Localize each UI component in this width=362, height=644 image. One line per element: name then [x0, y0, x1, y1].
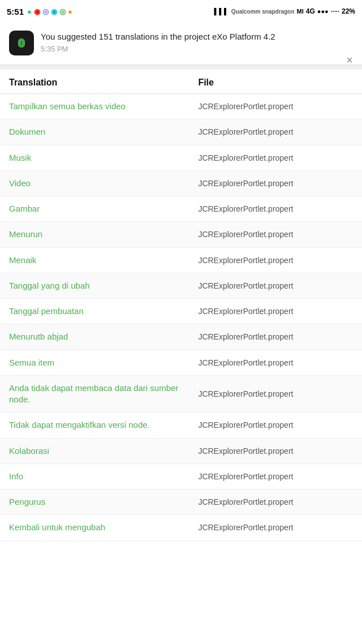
translation-cell: Anda tidak dapat membaca data dari sumbe…: [9, 383, 198, 406]
network-type: 4G: [306, 7, 315, 15]
file-cell: JCRExplorerPortlet.propert: [198, 256, 353, 265]
translation-cell: Kembali untuk mengubah: [9, 522, 198, 533]
translation-cell: Tanggal yang di ubah: [9, 280, 198, 291]
translation-cell: Tampilkan semua berkas video: [9, 101, 198, 112]
table-row[interactable]: Video JCRExplorerPortlet.propert: [0, 171, 362, 196]
table-row[interactable]: Semua item JCRExplorerPortlet.propert: [0, 350, 362, 376]
notification-time: 5:35 PM: [41, 45, 353, 53]
app-icon-3: ◎: [42, 7, 49, 16]
app-icon: [9, 31, 34, 55]
file-cell: JCRExplorerPortlet.propert: [198, 446, 353, 456]
translation-cell: Pengurus: [9, 496, 198, 508]
table-row[interactable]: Dokumen JCRExplorerPortlet.propert: [0, 119, 362, 145]
table-row[interactable]: Menurutb abjad JCRExplorerPortlet.proper…: [0, 324, 362, 350]
translation-cell: Gambar: [9, 203, 198, 214]
file-cell: JCRExplorerPortlet.propert: [198, 523, 353, 532]
translation-cell: Menurun: [9, 229, 198, 240]
table-row[interactable]: Info JCRExplorerPortlet.propert: [0, 464, 362, 490]
file-cell: JCRExplorerPortlet.propert: [198, 332, 353, 341]
file-cell: JCRExplorerPortlet.propert: [198, 204, 353, 213]
status-left: 5:51 ● ◉ ◎ ◉ ◎ ●: [7, 7, 72, 16]
translation-cell: Tidak dapat mengaktifkan versi node.: [9, 419, 198, 431]
notification-card: You suggested 151 translations in the pr…: [0, 23, 362, 65]
file-cell: JCRExplorerPortlet.propert: [198, 179, 353, 188]
app-icon-5: ◎: [59, 7, 66, 16]
table-body: Tampilkan semua berkas video JCRExplorer…: [0, 94, 362, 541]
translation-cell: Musik: [9, 152, 198, 164]
status-time: 5:51: [7, 7, 24, 16]
close-button[interactable]: ×: [346, 54, 353, 66]
app-icon-6: ●: [68, 7, 72, 16]
brand-icon: MI: [297, 8, 304, 15]
table-row[interactable]: Pengurus JCRExplorerPortlet.propert: [0, 490, 362, 515]
file-cell: JCRExplorerPortlet.propert: [198, 389, 353, 398]
table-row[interactable]: Musik JCRExplorerPortlet.propert: [0, 145, 362, 171]
status-bar: 5:51 ● ◉ ◎ ◉ ◎ ● ▌▌▌ Qualcomm snapdragon…: [0, 0, 362, 23]
status-icons: ● ◉ ◎ ◉ ◎ ●: [27, 7, 72, 16]
app-icon-2: ◉: [34, 7, 40, 16]
file-cell: JCRExplorerPortlet.propert: [198, 281, 353, 290]
table-row[interactable]: Tampilkan semua berkas video JCRExplorer…: [0, 94, 362, 119]
battery-dots: ·····: [331, 8, 339, 15]
translation-column-header: Translation: [9, 78, 198, 88]
section-divider: [0, 65, 362, 70]
table-row[interactable]: Kembali untuk mengubah JCRExplorerPortle…: [0, 515, 362, 540]
table-row[interactable]: Gambar JCRExplorerPortlet.propert: [0, 196, 362, 222]
table-row[interactable]: Kolaborasi JCRExplorerPortlet.propert: [0, 439, 362, 464]
file-cell: JCRExplorerPortlet.propert: [198, 307, 353, 316]
app-icon-4: ◉: [51, 7, 57, 16]
file-cell: JCRExplorerPortlet.propert: [198, 102, 353, 111]
translation-cell: Menaik: [9, 255, 198, 266]
translation-cell: Info: [9, 471, 198, 482]
app-logo-icon: [15, 36, 28, 50]
carrier-label: Qualcomm snapdragon: [231, 8, 295, 15]
whatsapp-icon: ●: [27, 7, 32, 16]
table-row[interactable]: Tanggal pembuatan JCRExplorerPortlet.pro…: [0, 299, 362, 324]
file-cell: JCRExplorerPortlet.propert: [198, 358, 353, 367]
table-row[interactable]: Tanggal yang di ubah JCRExplorerPortlet.…: [0, 273, 362, 299]
translation-cell: Semua item: [9, 357, 198, 368]
translation-cell: Kolaborasi: [9, 445, 198, 457]
status-right: ▌▌▌ Qualcomm snapdragon MI 4G ●●● ····· …: [214, 7, 355, 15]
translation-cell: Menurutb abjad: [9, 331, 198, 342]
translation-cell: Video: [9, 178, 198, 189]
table-row[interactable]: Tidak dapat mengaktifkan versi node. JCR…: [0, 413, 362, 438]
translation-cell: Tanggal pembuatan: [9, 306, 198, 317]
file-cell: JCRExplorerPortlet.propert: [198, 420, 353, 430]
table-row[interactable]: Menaik JCRExplorerPortlet.propert: [0, 248, 362, 273]
notification-title: You suggested 151 translations in the pr…: [41, 31, 353, 42]
file-cell: JCRExplorerPortlet.propert: [198, 153, 353, 162]
file-cell: JCRExplorerPortlet.propert: [198, 497, 353, 506]
file-cell: JCRExplorerPortlet.propert: [198, 127, 353, 136]
signal-bars: ▌▌▌: [214, 8, 229, 15]
notification-content: You suggested 151 translations in the pr…: [41, 31, 353, 53]
file-cell: JCRExplorerPortlet.propert: [198, 472, 353, 481]
file-cell: JCRExplorerPortlet.propert: [198, 230, 353, 239]
table-header: Translation File: [0, 70, 362, 94]
translation-cell: Dokumen: [9, 126, 198, 138]
signal-icon: ●●●: [317, 8, 329, 15]
translations-table: Translation File Tampilkan semua berkas …: [0, 70, 362, 541]
file-column-header: File: [198, 78, 353, 88]
battery-percent: 22%: [342, 7, 355, 15]
table-row[interactable]: Menurun JCRExplorerPortlet.propert: [0, 222, 362, 247]
table-row[interactable]: Anda tidak dapat membaca data dari sumbe…: [0, 376, 362, 413]
